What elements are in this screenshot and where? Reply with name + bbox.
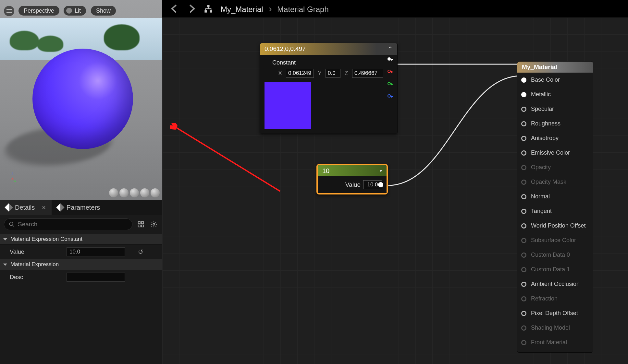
viewport-viewmode-button[interactable]: Lit bbox=[64, 6, 86, 16]
node-header[interactable]: My_Material bbox=[517, 62, 593, 73]
input-pin[interactable] bbox=[521, 77, 526, 83]
preview-primitive-switcher[interactable] bbox=[109, 188, 160, 197]
property-group-constant: Material Expression Constant Value ↺ bbox=[0, 234, 162, 259]
nav-back-button[interactable] bbox=[169, 3, 180, 14]
output-pin-b[interactable] bbox=[388, 94, 394, 98]
constant-xyz-row: X Y Z bbox=[277, 69, 393, 78]
chevron-down-icon[interactable]: ▾ bbox=[380, 168, 382, 173]
input-pin-label: Front Material bbox=[531, 339, 567, 346]
output-pin[interactable] bbox=[378, 182, 383, 187]
output-pin-r[interactable] bbox=[388, 69, 394, 74]
viewport-projection-button[interactable]: Perspective bbox=[18, 6, 59, 16]
input-pin[interactable] bbox=[521, 136, 526, 141]
input-pin[interactable] bbox=[521, 92, 526, 97]
constant-z-input[interactable] bbox=[352, 69, 383, 78]
result-input-row: Custom Data 1 bbox=[517, 262, 593, 277]
graph-hierarchy-icon[interactable] bbox=[204, 4, 213, 13]
node-header[interactable]: 0.0612,0,0.497 ⌃ bbox=[260, 43, 397, 55]
pencil-icon bbox=[56, 203, 64, 211]
preview-sphere bbox=[32, 49, 133, 149]
color-swatch[interactable] bbox=[265, 82, 311, 129]
svg-rect-3 bbox=[142, 222, 143, 224]
constant-x-input[interactable] bbox=[286, 69, 314, 78]
output-pin-rgb[interactable] bbox=[388, 57, 394, 61]
result-input-row: Tangent bbox=[517, 204, 593, 218]
input-pin-label: Pixel Depth Offset bbox=[531, 310, 578, 317]
property-label: Desc bbox=[10, 274, 67, 281]
breadcrumb: My_Material › Material Graph bbox=[221, 3, 329, 14]
node-header[interactable]: 10 ▾ bbox=[318, 165, 387, 176]
property-value-input[interactable] bbox=[67, 247, 125, 256]
wire bbox=[388, 75, 521, 189]
result-input-row: World Position Offset bbox=[517, 218, 593, 233]
details-search-box[interactable] bbox=[4, 218, 132, 230]
y-label: Y bbox=[317, 70, 322, 77]
chevron-down-icon bbox=[3, 238, 7, 241]
breadcrumb-asset[interactable]: My_Material bbox=[221, 5, 263, 14]
tab-parameters-label: Parameters bbox=[67, 204, 100, 211]
input-pin-label: Shading Model bbox=[531, 324, 570, 331]
details-settings-icon[interactable] bbox=[149, 220, 158, 229]
result-input-row: Shading Model bbox=[517, 321, 593, 335]
output-pin-g[interactable] bbox=[388, 81, 394, 86]
input-pin[interactable] bbox=[521, 121, 526, 126]
result-input-row: Base Color bbox=[517, 73, 593, 87]
result-input-row: Roughness bbox=[517, 116, 593, 131]
result-input-row: Specular bbox=[517, 102, 593, 116]
result-input-row: Opacity Mask bbox=[517, 175, 593, 189]
input-pin[interactable] bbox=[521, 194, 526, 199]
property-group-header[interactable]: Material Expression bbox=[0, 259, 162, 270]
input-pin[interactable] bbox=[521, 150, 526, 156]
input-pin bbox=[521, 296, 526, 301]
annotation-arrow-icon bbox=[170, 123, 283, 194]
input-pin[interactable] bbox=[521, 282, 526, 287]
input-pin bbox=[521, 267, 526, 272]
hamburger-icon[interactable] bbox=[4, 6, 14, 16]
lit-mode-icon bbox=[66, 8, 72, 14]
input-pin-label: Base Color bbox=[531, 76, 560, 83]
close-tab-icon[interactable]: × bbox=[42, 204, 46, 211]
node-field-label: Constant bbox=[272, 59, 393, 66]
node-material-result[interactable]: My_Material Base ColorMetallicSpecularRo… bbox=[517, 61, 593, 353]
input-pin-label: Custom Data 1 bbox=[531, 266, 570, 273]
wire bbox=[396, 61, 519, 67]
pencil-icon bbox=[5, 203, 13, 211]
constant-y-input[interactable] bbox=[326, 69, 340, 78]
input-pin[interactable] bbox=[521, 311, 526, 316]
material-preview-viewport[interactable]: Perspective Lit Show zx↘ bbox=[0, 0, 162, 200]
result-input-row: Pixel Depth Offset bbox=[517, 306, 593, 321]
input-pin[interactable] bbox=[521, 223, 526, 229]
input-pin[interactable] bbox=[521, 107, 526, 112]
svg-rect-9 bbox=[210, 10, 212, 13]
reset-to-default-icon[interactable]: ↺ bbox=[138, 248, 143, 256]
svg-line-1 bbox=[12, 225, 14, 227]
viewport-show-button[interactable]: Show bbox=[91, 6, 116, 16]
input-pin-label: World Position Offset bbox=[531, 222, 585, 229]
result-input-row: Refraction bbox=[517, 291, 593, 306]
result-input-row: Custom Data 0 bbox=[517, 248, 593, 262]
node-constant3vector[interactable]: 0.0612,0,0.497 ⌃ Constant X Y Z bbox=[260, 43, 398, 134]
node-field-label: Value bbox=[345, 181, 361, 188]
property-desc-input[interactable] bbox=[67, 273, 125, 282]
svg-rect-5 bbox=[142, 225, 143, 227]
input-pin[interactable] bbox=[521, 209, 526, 214]
tab-parameters[interactable]: Parameters bbox=[52, 200, 106, 215]
details-grid-icon[interactable] bbox=[136, 220, 145, 229]
node-title: 10 bbox=[322, 167, 329, 175]
property-group-title: Material Expression bbox=[10, 261, 59, 268]
property-group-header[interactable]: Material Expression Constant bbox=[0, 234, 162, 245]
tab-details[interactable]: Details × bbox=[0, 200, 52, 215]
nav-forward-button[interactable] bbox=[186, 3, 197, 14]
node-constant-scalar[interactable]: 10 ▾ Value bbox=[316, 164, 388, 194]
chevron-up-icon[interactable]: ⌃ bbox=[388, 45, 393, 53]
tab-details-label: Details bbox=[15, 204, 35, 211]
property-row-value: Value ↺ bbox=[0, 245, 162, 259]
material-graph-canvas[interactable]: 0.0612,0,0.497 ⌃ Constant X Y Z bbox=[162, 18, 628, 364]
search-icon bbox=[9, 221, 15, 227]
svg-rect-4 bbox=[138, 225, 140, 227]
result-input-row: Metallic bbox=[517, 87, 593, 102]
axis-gizmo-icon: zx↘ bbox=[11, 170, 18, 181]
input-pin-label: Anisotropy bbox=[531, 135, 559, 142]
details-search-input[interactable] bbox=[18, 221, 128, 228]
svg-rect-2 bbox=[138, 222, 140, 224]
